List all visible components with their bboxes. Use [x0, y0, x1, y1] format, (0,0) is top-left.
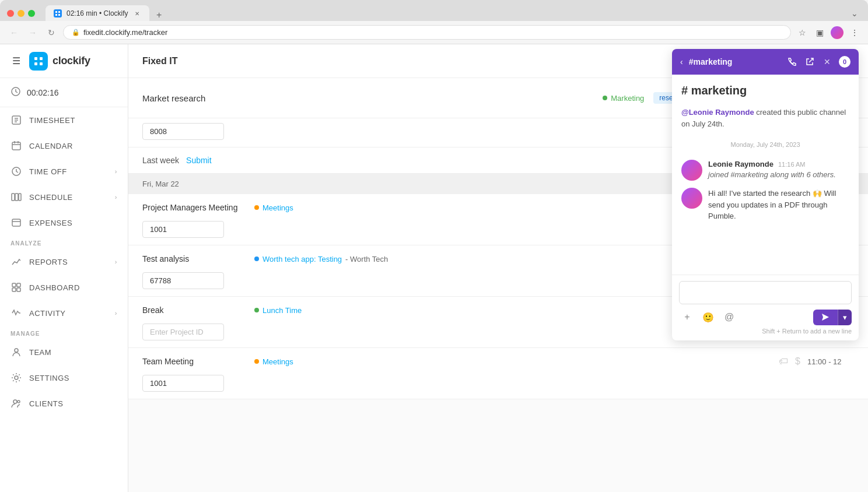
sidebar-item-reports[interactable]: REPORTS ›	[0, 249, 128, 275]
team-icon	[10, 346, 22, 358]
minimize-window-button[interactable]	[18, 10, 24, 17]
clients-icon	[10, 398, 22, 409]
project-id-input-timer[interactable]	[142, 123, 224, 140]
maximize-window-button[interactable]	[28, 10, 35, 17]
chat-send-group: ▾	[813, 310, 852, 325]
svg-line-33	[809, 58, 813, 62]
analyze-section-label: ANALYZE	[0, 236, 128, 249]
chat-emoji-icon[interactable]: 🙂	[700, 309, 716, 325]
chat-call-icon[interactable]	[786, 56, 798, 68]
sidebar-nav: TIMESHEET CALENDAR	[0, 107, 128, 492]
chat-input[interactable]	[679, 281, 852, 304]
svg-rect-6	[34, 62, 37, 65]
new-tab-button[interactable]: +	[153, 9, 166, 22]
channel-creator: @Leonie Raymonde	[681, 108, 754, 117]
schedule-label: SCHEDULE	[29, 193, 108, 202]
settings-label: SETTINGS	[29, 374, 117, 382]
svg-rect-7	[40, 62, 43, 65]
tab-bar: 02:16 min • Clockify ✕ +	[46, 5, 844, 22]
svg-rect-13	[12, 142, 20, 150]
message-avatar-2	[681, 188, 702, 209]
chat-channel-title: #marketing	[689, 57, 780, 66]
timer-description: Market research	[142, 93, 593, 103]
chat-add-icon[interactable]: +	[679, 309, 695, 325]
address-bar[interactable]: 🔒 fixedit.clockify.me/tracker	[63, 25, 791, 40]
browser-menu-icon[interactable]: ⌄	[848, 7, 861, 20]
entry-project-id-4[interactable]	[142, 375, 224, 392]
tab-close-button[interactable]: ✕	[133, 9, 141, 17]
entry-name-3: Break	[142, 305, 247, 315]
activity-chevron: ›	[115, 310, 117, 317]
entry-dollar-icon-4[interactable]: $	[795, 356, 800, 367]
logo-text: clockify	[52, 55, 90, 67]
sidebar-item-settings[interactable]: SETTINGS	[0, 365, 128, 391]
browser-more-icon[interactable]: ⋮	[848, 26, 861, 39]
entry-project-4: Meetings	[254, 357, 772, 366]
channel-description: @Leonie Raymonde created this public cha…	[681, 107, 849, 129]
url-text: fixedit.clockify.me/tracker	[83, 28, 167, 37]
entry-project-sub-2: - Worth Tech	[345, 255, 388, 263]
entry-tag-icon-4[interactable]: 🏷	[779, 356, 788, 367]
entry-project-id-3[interactable]	[142, 324, 224, 340]
schedule-chevron: ›	[115, 194, 117, 201]
svg-rect-20	[19, 194, 21, 201]
entry-dot-2	[254, 256, 259, 261]
bookmark-icon[interactable]: ☆	[796, 26, 808, 39]
hamburger-menu-button[interactable]: ☰	[9, 54, 23, 68]
time-entry-4: Team Meeting Meetings 🏷 $ 11:00 - 12	[128, 348, 868, 399]
sidebar-item-schedule[interactable]: SCHEDULE ›	[0, 184, 128, 210]
message-content: Leonie Raymonde 11:16 AM joined #marketi…	[708, 160, 849, 181]
svg-rect-18	[12, 194, 15, 201]
chat-send-button[interactable]	[813, 310, 838, 325]
chat-send-dropdown[interactable]: ▾	[838, 310, 852, 325]
clients-label: CLIENTS	[29, 399, 117, 408]
svg-point-29	[13, 400, 17, 403]
sidebar-item-dashboard[interactable]: DASHBOARD	[0, 275, 128, 300]
sidebar-item-timesheet[interactable]: TIMESHEET	[0, 107, 128, 133]
svg-point-30	[18, 400, 20, 403]
settings-icon	[10, 372, 22, 384]
week-label: Last week	[142, 156, 179, 165]
svg-rect-25	[12, 288, 16, 291]
close-window-button[interactable]	[7, 10, 14, 17]
submit-link[interactable]: Submit	[186, 156, 212, 165]
sidebar-item-team[interactable]: TEAM	[0, 339, 128, 365]
calendar-icon	[10, 140, 22, 152]
dashboard-icon	[10, 282, 22, 293]
reports-chevron: ›	[115, 258, 117, 265]
reload-button[interactable]: ↻	[44, 26, 58, 40]
entry-name-2: Test analysis	[142, 254, 247, 263]
message-text: Hi all! I've started the research 🙌 Will…	[708, 188, 849, 222]
sidebar-item-activity[interactable]: ActiviTY ›	[0, 300, 128, 326]
reports-label: REPORTS	[29, 258, 108, 266]
sidebar-item-time-off[interactable]: TIME OFF ›	[0, 159, 128, 184]
entry-name-1: Project Managers Meeting	[142, 203, 247, 212]
entry-project-id-2[interactable]	[142, 272, 224, 289]
entry-project-name-1: Meetings	[262, 203, 293, 212]
sidebar-toggle-icon[interactable]: ▣	[813, 26, 826, 39]
chat-mention-icon[interactable]: @	[721, 309, 737, 325]
forward-button[interactable]: →	[26, 26, 40, 40]
back-button[interactable]: ←	[7, 26, 21, 40]
schedule-icon	[10, 191, 22, 203]
chat-close-icon[interactable]: ✕	[821, 56, 833, 68]
entry-sub-4	[128, 375, 868, 399]
sidebar-item-calendar[interactable]: CALENDAR	[0, 133, 128, 159]
dashboard-label: DASHBOARD	[29, 283, 117, 292]
sidebar-timer: 00:02:16	[0, 78, 128, 107]
chat-message-main: Hi all! I've started the research 🙌 Will…	[681, 188, 849, 222]
entry-dot-3	[254, 308, 259, 312]
entry-dot-4	[254, 359, 259, 364]
project-name: Marketing	[611, 94, 644, 103]
chat-message-join: Leonie Raymonde 11:16 AM joined #marketi…	[681, 160, 849, 181]
active-tab[interactable]: 02:16 min • Clockify ✕	[46, 5, 149, 22]
sidebar-item-expenses[interactable]: EXPENSES	[0, 210, 128, 236]
sidebar-item-clients[interactable]: CLIENTS	[0, 391, 128, 416]
entry-project-id-1[interactable]	[142, 221, 224, 238]
chat-back-button[interactable]: ‹	[680, 57, 683, 66]
entry-project-name-4: Meetings	[262, 357, 293, 366]
browser-profile-avatar[interactable]	[831, 26, 844, 39]
timer-project: Marketing	[603, 94, 644, 103]
svg-rect-21	[12, 219, 20, 226]
chat-external-icon[interactable]	[804, 56, 816, 68]
